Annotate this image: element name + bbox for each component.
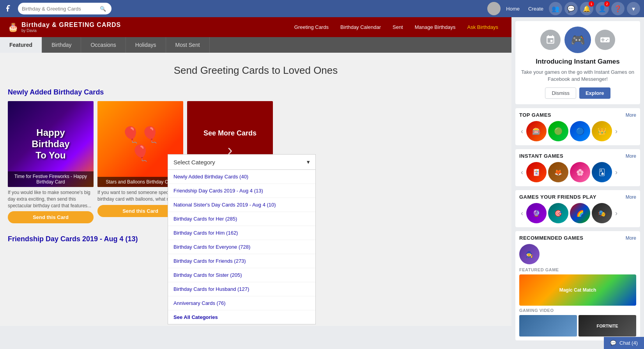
dropdown-item-4[interactable]: Birthday Cards for Him (162) (168, 226, 315, 240)
tab-most-sent[interactable]: Most Sent (166, 37, 210, 53)
instant-game-pink[interactable]: 🌸 (570, 162, 590, 182)
dropdown-item-2[interactable]: National Sister's Day Cards 2019 - Aug 4… (168, 198, 315, 212)
main-layout: 🎂 Birthday & GREETING CARDS by Davia Gre… (0, 17, 644, 349)
featured-game-label: FEATURED GAME (519, 267, 636, 272)
nav-greeting-cards[interactable]: Greeting Cards (289, 21, 334, 33)
tab-featured[interactable]: Featured (0, 37, 42, 53)
instant-games-header: INSTANT GAMES More (519, 153, 636, 159)
card-item-0: HappyBirthdayTo You Time for Festive Fir… (8, 101, 94, 223)
recommended-more[interactable]: More (626, 235, 636, 241)
see-all-categories[interactable]: See All Categories (168, 310, 315, 324)
nav-birthday-calendar[interactable]: Birthday Calendar (335, 21, 386, 33)
top-games-row: ‹ 🎰 🟢 🔵 👑 › (519, 121, 636, 141)
nav-manage-birthdays[interactable]: Manage Birthdays (409, 21, 461, 33)
help-icon[interactable]: ❓ (611, 2, 625, 15)
tab-birthday[interactable]: Birthday (42, 37, 81, 53)
app-logo-by: by Davia (21, 28, 121, 33)
tab-bar: Featured Birthday Occasions Holidays Mos… (0, 37, 511, 53)
friend-request-badge: 2 (604, 1, 610, 7)
friends-game-3[interactable]: 🌈 (570, 203, 590, 223)
app-header: 🎂 Birthday & GREETING CARDS by Davia Gre… (0, 17, 511, 37)
friends-games-prev-arrow[interactable]: ‹ (519, 208, 525, 219)
recommended-games-row: 🧙 (519, 244, 636, 264)
instant-games-title: INSTANT GAMES (519, 153, 563, 159)
instant-game-brown[interactable]: 🦊 (548, 162, 568, 182)
recommended-game-1[interactable]: 🧙 (519, 244, 540, 264)
top-games-more[interactable]: More (626, 112, 636, 118)
app-logo: 🎂 Birthday & GREETING CARDS by Davia (8, 21, 121, 33)
friends-games-section: GAMES YOUR FRIENDS PLAY More ‹ 🔮 🎯 🌈 🎭 › (515, 190, 640, 227)
gamepad-icon: 🎮 (564, 27, 591, 53)
card-img-fireworks: HappyBirthdayTo You Time for Festive Fir… (8, 101, 94, 187)
game-intro-section: 🎮 Introducing Instant Games Take your ga… (515, 21, 640, 104)
category-select-header[interactable]: Select Category ▾ (168, 154, 316, 170)
dropdown-item-6[interactable]: Birthday Cards for Friends (273) (168, 254, 315, 268)
friends-games-more[interactable]: More (626, 194, 636, 200)
dropdown-item-9[interactable]: Anniversary Cards (76) (168, 296, 315, 310)
game-slots[interactable]: 🎰 (526, 121, 547, 141)
top-games-section: TOP GAMES More ‹ 🎰 🟢 🔵 👑 › (515, 108, 640, 145)
card-title-overlay-0: Time for Festive Fireworks - Happy Birth… (8, 171, 94, 187)
top-games-next-arrow[interactable]: › (614, 126, 619, 137)
recommended-section: RECOMMENDED GAMES More 🧙 FEATURED GAME M… (515, 231, 640, 340)
dropdown-item-3[interactable]: Birthday Cards for Her (285) (168, 212, 315, 226)
gaming-video-thumb-1[interactable] (519, 315, 577, 337)
game-intro-title: Introducing Instant Games (521, 58, 635, 66)
nav-sent[interactable]: Sent (387, 21, 409, 33)
friends-request-icon[interactable]: 👤 2 (596, 2, 609, 15)
nav-ask-birthdays[interactable]: Ask Birthdays (462, 21, 504, 33)
cards-section-title: Newly Added Birthday Cards (8, 88, 504, 96)
game-green[interactable]: 🟢 (548, 121, 568, 141)
dropdown-item-7[interactable]: Birthday Cards for Sister (205) (168, 268, 315, 282)
chat-bar[interactable]: 💬 Chat (4) (604, 337, 644, 349)
dropdown-item-8[interactable]: Birthday Cards for Husband (127) (168, 282, 315, 296)
instant-game-uno[interactable]: 🃏 (526, 162, 547, 182)
friends-games-next-arrow[interactable]: › (614, 208, 619, 219)
friends-games-title: GAMES YOUR FRIENDS PLAY (519, 194, 596, 200)
dismiss-button[interactable]: Dismiss (545, 87, 576, 99)
send-btn-0[interactable]: Send this Card (8, 211, 94, 223)
page-title: Send Greeting Cards to Loved Ones (8, 64, 504, 77)
instant-game-cards[interactable]: 🂡 (592, 162, 612, 182)
tab-holidays[interactable]: Holidays (126, 37, 166, 53)
gaming-video-thumb-2[interactable]: FORTNITE (579, 315, 636, 337)
friends-game-2[interactable]: 🎯 (548, 203, 568, 223)
chat-label: Chat (4) (619, 340, 638, 346)
gaming-video-section: GAMING VIDEO FORTNITE (519, 308, 636, 337)
instant-games-prev-arrow[interactable]: ‹ (519, 167, 525, 178)
instant-games-more[interactable]: More (626, 153, 636, 159)
search-bar[interactable]: 🔍 (18, 3, 111, 14)
dropdown-item-1[interactable]: Friendship Day Cards 2019 - Aug 4 (13) (168, 184, 315, 198)
instant-games-next-arrow[interactable]: › (614, 167, 619, 178)
top-games-prev-arrow[interactable]: ‹ (519, 126, 525, 137)
explore-button[interactable]: Explore (579, 87, 610, 99)
friends-game-1[interactable]: 🔮 (526, 203, 547, 223)
recommended-title: RECOMMENDED GAMES (519, 235, 584, 241)
tab-occasions[interactable]: Occasions (81, 37, 126, 53)
create-nav[interactable]: Create (525, 4, 547, 13)
messenger-icon[interactable]: 💬 (564, 2, 578, 15)
friends-icon[interactable]: 👥 (549, 2, 562, 15)
chat-icon: 💬 (610, 340, 616, 346)
account-arrow-icon[interactable]: ▾ (627, 2, 640, 15)
home-nav[interactable]: Home (503, 4, 523, 13)
search-input[interactable] (22, 6, 100, 12)
game-icons-row: 🎮 (521, 27, 635, 53)
gaming-video-label: GAMING VIDEO (519, 308, 636, 313)
gaming-video-row: FORTNITE (519, 315, 636, 337)
game-gold[interactable]: 👑 (592, 121, 612, 141)
profile-avatar[interactable] (487, 2, 501, 15)
fb-nav-right: Home Create 👥 💬 🔔 1 👤 2 ❓ ▾ (487, 2, 640, 15)
top-games-header: TOP GAMES More (519, 112, 636, 118)
dropdown-item-5[interactable]: Birthday Cards for Everyone (728) (168, 240, 315, 254)
instant-games-row: ‹ 🃏 🦊 🌸 🂡 › (519, 162, 636, 182)
notifications-icon[interactable]: 🔔 1 (580, 2, 593, 15)
featured-game-section: FEATURED GAME Magic Cat Match (519, 267, 636, 306)
featured-game-banner[interactable]: Magic Cat Match (519, 274, 636, 306)
dropdown-item-0[interactable]: Newly Added Birthday Cards (40) (168, 170, 315, 184)
game-blue[interactable]: 🔵 (570, 121, 590, 141)
see-more-text: See More Cards (203, 129, 257, 137)
friends-game-4[interactable]: 🎭 (592, 203, 612, 223)
category-chevron-icon: ▾ (307, 158, 310, 166)
content-area: Send Greeting Cards to Loved Ones Select… (0, 53, 511, 326)
